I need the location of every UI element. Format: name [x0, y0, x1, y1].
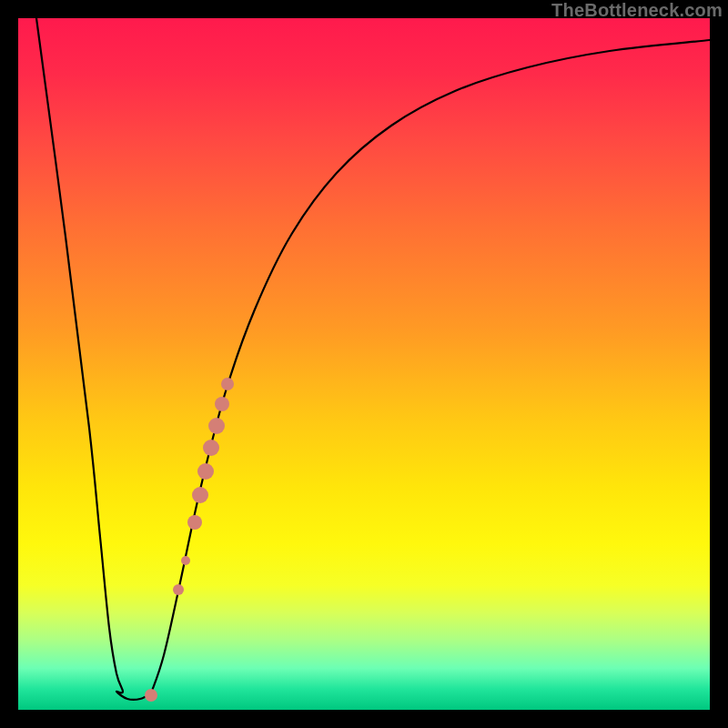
- curve-marker: [221, 378, 234, 390]
- curve-marker: [208, 418, 225, 434]
- curve-marker: [203, 440, 219, 456]
- curve-marker: [145, 689, 157, 702]
- curve-marker: [215, 397, 229, 411]
- chart-plot: [18, 18, 710, 710]
- bottleneck-curve: [36, 18, 710, 700]
- curve-marker: [197, 463, 214, 480]
- curve-marker: [187, 515, 202, 530]
- curve-marker: [192, 487, 208, 503]
- curve-marker: [173, 584, 184, 595]
- curve-marker: [181, 556, 190, 565]
